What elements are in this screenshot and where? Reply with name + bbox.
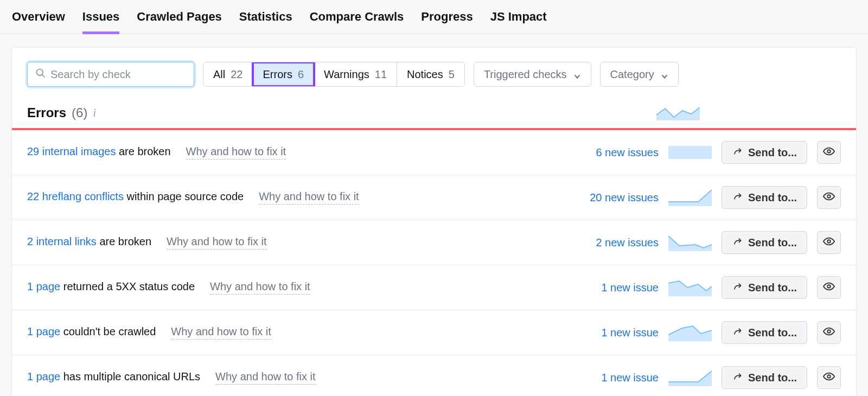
filter-count: 22 xyxy=(231,68,242,81)
issue-text: are broken xyxy=(116,145,170,157)
row-sparkline xyxy=(668,189,712,206)
issue-link[interactable]: 22 hreflang conflicts xyxy=(27,190,124,202)
filter-count: 5 xyxy=(449,68,455,81)
hide-button[interactable] xyxy=(817,321,841,344)
search-icon xyxy=(35,68,46,81)
send-arrow-icon xyxy=(732,146,743,159)
row-sparkline xyxy=(668,324,712,341)
send-arrow-icon xyxy=(732,191,743,205)
toolbar: All22Errors6Warnings11Notices5 Triggered… xyxy=(12,48,856,97)
send-to-button[interactable]: Send to... xyxy=(722,366,807,389)
tab-progress[interactable]: Progress xyxy=(421,10,473,34)
hide-button[interactable] xyxy=(817,186,841,209)
issue-row: 1 page couldn't be crawledWhy and how to… xyxy=(12,310,856,355)
send-to-label: Send to... xyxy=(748,372,797,384)
row-sparkline xyxy=(668,369,712,386)
row-sparkline xyxy=(668,144,712,161)
why-and-how-link[interactable]: Why and how to fix it xyxy=(259,190,359,205)
tab-crawled-pages[interactable]: Crawled Pages xyxy=(137,10,222,34)
tab-compare-crawls[interactable]: Compare Crawls xyxy=(310,10,404,34)
issue-description: 1 page returned a 5XX status codeWhy and… xyxy=(27,280,567,295)
why-and-how-link[interactable]: Why and how to fix it xyxy=(167,235,267,250)
svg-point-4 xyxy=(827,240,831,243)
issue-link[interactable]: 1 page xyxy=(27,371,60,382)
tab-statistics[interactable]: Statistics xyxy=(239,10,292,34)
section-title: Errors xyxy=(27,105,66,120)
filter-count: 6 xyxy=(298,68,304,81)
issues-list: 29 internal images are brokenWhy and how… xyxy=(12,130,856,396)
hide-button[interactable] xyxy=(817,231,841,254)
issue-text: couldn't be crawled xyxy=(60,325,156,337)
tab-js-impact[interactable]: JS Impact xyxy=(490,10,547,34)
send-to-button[interactable]: Send to... xyxy=(722,141,807,164)
new-issues-link[interactable]: 1 new issue xyxy=(577,327,659,339)
svg-point-0 xyxy=(37,69,43,75)
send-to-label: Send to... xyxy=(748,282,797,294)
send-to-label: Send to... xyxy=(748,237,797,249)
svg-point-7 xyxy=(827,375,831,378)
send-arrow-icon xyxy=(732,326,743,340)
new-issues-link[interactable]: 2 new issues xyxy=(577,237,659,249)
send-arrow-icon xyxy=(732,371,743,385)
issue-text: returned a 5XX status code xyxy=(60,280,195,292)
why-and-how-link[interactable]: Why and how to fix it xyxy=(215,371,316,385)
filter-all[interactable]: All22 xyxy=(203,62,253,86)
row-sparkline xyxy=(668,234,712,251)
eye-icon xyxy=(823,325,835,340)
filter-group: All22Errors6Warnings11Notices5 xyxy=(203,62,465,87)
send-to-button[interactable]: Send to... xyxy=(722,186,807,209)
filter-label: Errors xyxy=(263,68,292,81)
filter-warnings[interactable]: Warnings11 xyxy=(314,62,397,86)
top-tabs: OverviewIssuesCrawled PagesStatisticsCom… xyxy=(0,0,868,34)
hide-button[interactable] xyxy=(817,366,841,389)
new-issues-link[interactable]: 1 new issue xyxy=(577,282,659,294)
issue-description: 1 page couldn't be crawledWhy and how to… xyxy=(27,325,567,340)
triggered-checks-dropdown[interactable]: Triggered checks xyxy=(474,62,591,87)
tab-overview[interactable]: Overview xyxy=(12,10,65,34)
filter-label: Notices xyxy=(407,68,443,81)
new-issues-link[interactable]: 6 new issues xyxy=(577,146,659,159)
eye-icon xyxy=(823,145,835,160)
why-and-how-link[interactable]: Why and how to fix it xyxy=(186,145,286,159)
svg-point-3 xyxy=(827,195,831,198)
section-sparkline xyxy=(656,105,700,120)
send-arrow-icon xyxy=(732,281,743,295)
issues-panel: All22Errors6Warnings11Notices5 Triggered… xyxy=(11,47,857,396)
issue-link[interactable]: 29 internal images xyxy=(27,145,116,157)
send-to-button[interactable]: Send to... xyxy=(722,321,807,344)
send-to-label: Send to... xyxy=(748,191,797,204)
issue-link[interactable]: 2 internal links xyxy=(27,235,97,247)
new-issues-link[interactable]: 1 new issue xyxy=(577,372,659,384)
issue-row: 2 internal links are brokenWhy and how t… xyxy=(12,220,856,265)
section-header: Errors (6) i xyxy=(12,97,856,130)
eye-icon xyxy=(823,190,835,205)
issue-link[interactable]: 1 page xyxy=(27,325,60,337)
why-and-how-link[interactable]: Why and how to fix it xyxy=(171,325,271,340)
new-issues-link[interactable]: 20 new issues xyxy=(577,191,659,204)
section-count: (6) xyxy=(72,105,87,120)
eye-icon xyxy=(823,371,835,385)
svg-point-2 xyxy=(827,150,831,153)
svg-point-5 xyxy=(827,285,831,288)
category-dropdown[interactable]: Category xyxy=(600,62,679,87)
hide-button[interactable] xyxy=(817,276,841,299)
filter-errors[interactable]: Errors6 xyxy=(253,62,314,86)
search-input-wrapper[interactable] xyxy=(27,62,194,87)
filter-notices[interactable]: Notices5 xyxy=(397,62,464,86)
why-and-how-link[interactable]: Why and how to fix it xyxy=(210,280,310,295)
send-to-button[interactable]: Send to... xyxy=(722,276,807,299)
send-arrow-icon xyxy=(732,236,743,250)
row-sparkline xyxy=(668,279,712,296)
tab-issues[interactable]: Issues xyxy=(82,10,120,34)
eye-icon xyxy=(823,235,835,250)
issue-text: are broken xyxy=(97,235,151,247)
hide-button[interactable] xyxy=(817,141,841,164)
issue-row: 22 hreflang conflicts within page source… xyxy=(12,175,856,220)
info-icon[interactable]: i xyxy=(93,107,96,119)
issue-description: 1 page has multiple canonical URLsWhy an… xyxy=(27,371,567,385)
svg-line-1 xyxy=(42,74,45,77)
send-to-button[interactable]: Send to... xyxy=(722,231,807,254)
search-input[interactable] xyxy=(50,68,186,81)
issue-link[interactable]: 1 page xyxy=(27,280,60,292)
issue-row: 1 page returned a 5XX status codeWhy and… xyxy=(12,265,856,310)
